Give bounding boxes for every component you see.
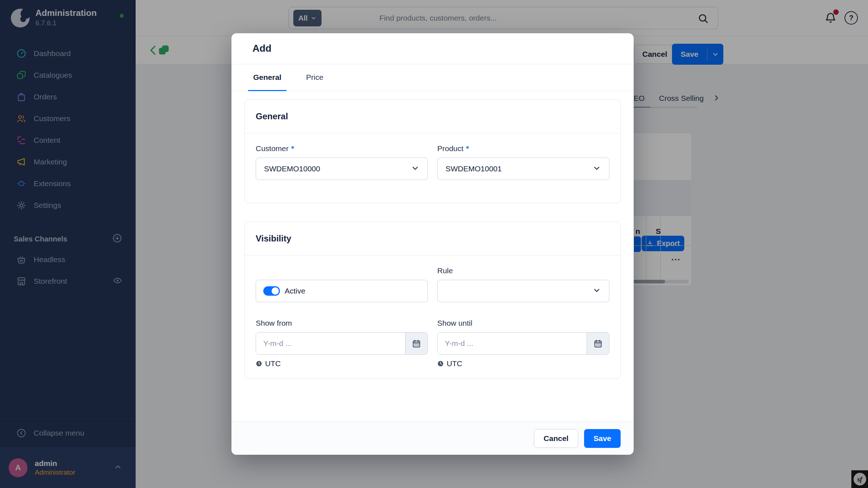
timezone-label: UTC bbox=[265, 359, 281, 368]
chevron-down-icon bbox=[592, 286, 601, 296]
modal-cancel-button[interactable]: Cancel bbox=[534, 429, 578, 448]
customer-label: Customer * bbox=[256, 144, 428, 154]
product-label: Product * bbox=[437, 144, 609, 154]
show-from-field bbox=[256, 332, 428, 355]
required-marker: * bbox=[291, 144, 294, 153]
clock-icon bbox=[256, 360, 262, 367]
customer-select[interactable]: SWDEMO10000 bbox=[256, 158, 428, 180]
active-label: Active bbox=[285, 287, 305, 295]
modal-save-button[interactable]: Save bbox=[584, 429, 621, 448]
application-root: Administration 6.7.6.1 Dashboard Catalog… bbox=[0, 0, 868, 488]
calendar-icon[interactable] bbox=[405, 333, 427, 354]
rule-label: Rule bbox=[437, 266, 609, 276]
visibility-card: Visibility Active Show from bbox=[244, 222, 621, 379]
modal-tabs: General Price bbox=[231, 64, 634, 91]
product-value: SWDEMO10001 bbox=[446, 164, 502, 173]
show-until-input[interactable] bbox=[438, 333, 587, 354]
spacer-label bbox=[256, 266, 428, 276]
show-from-input[interactable] bbox=[256, 333, 405, 354]
product-select[interactable]: SWDEMO10001 bbox=[437, 158, 609, 180]
show-until-field bbox=[437, 332, 609, 355]
timezone-label: UTC bbox=[447, 359, 462, 368]
add-modal: Add General Price General Customer * SWD… bbox=[231, 33, 634, 455]
show-from-timezone: UTC bbox=[256, 359, 428, 368]
tab-price[interactable]: Price bbox=[301, 64, 328, 91]
show-until-timezone: UTC bbox=[437, 359, 609, 368]
active-toggle[interactable] bbox=[263, 286, 280, 296]
general-card-heading: General bbox=[245, 100, 620, 133]
show-from-label: Show from bbox=[256, 319, 428, 328]
modal-footer: Cancel Save bbox=[231, 421, 634, 455]
visibility-card-heading: Visibility bbox=[245, 222, 620, 256]
required-marker: * bbox=[466, 144, 469, 153]
clock-icon bbox=[437, 360, 444, 367]
active-toggle-field: Active bbox=[256, 280, 428, 302]
general-card: General Customer * SWDEMO10000 bbox=[244, 99, 621, 203]
tab-general[interactable]: General bbox=[248, 64, 286, 91]
chevron-down-icon bbox=[411, 164, 420, 174]
customer-value: SWDEMO10000 bbox=[264, 164, 320, 173]
modal-header: Add bbox=[231, 33, 634, 64]
chevron-down-icon bbox=[592, 164, 601, 174]
modal-title: Add bbox=[252, 43, 271, 54]
toggle-knob bbox=[272, 287, 279, 295]
calendar-icon[interactable] bbox=[587, 333, 609, 354]
show-until-label: Show until bbox=[437, 319, 609, 328]
rule-select[interactable] bbox=[437, 280, 609, 302]
